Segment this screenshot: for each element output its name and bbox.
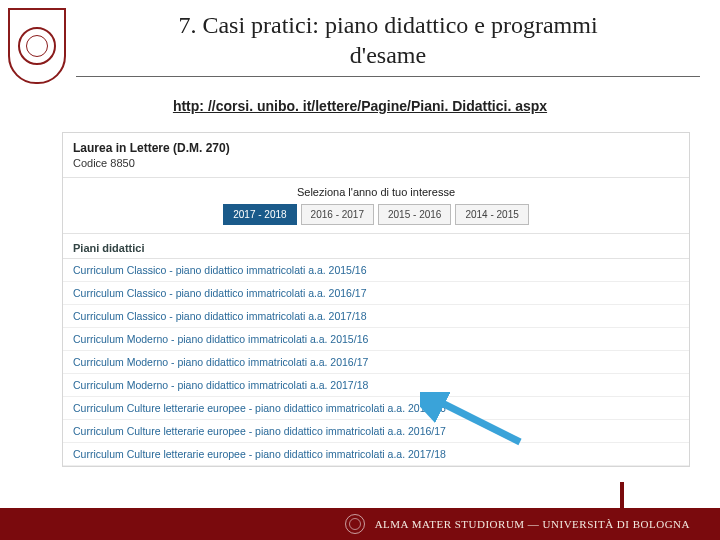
plan-link[interactable]: Curriculum Culture letterarie europee - …	[63, 397, 689, 420]
plan-link[interactable]: Curriculum Classico - piano didattico im…	[63, 282, 689, 305]
reference-url[interactable]: http: //corsi. unibo. it/lettere/Pagine/…	[0, 98, 720, 114]
piani-heading: Piani didattici	[63, 234, 689, 259]
plan-link[interactable]: Curriculum Classico - piano didattico im…	[63, 259, 689, 282]
plan-link[interactable]: Curriculum Culture letterarie europee - …	[63, 443, 689, 466]
degree-title: Laurea in Lettere (D.M. 270)	[63, 133, 689, 157]
embedded-screenshot: Laurea in Lettere (D.M. 270) Codice 8850…	[62, 132, 690, 467]
footer-bar: ALMA MATER STUDIORUM ― UNIVERSITÀ DI BOL…	[0, 508, 720, 540]
title-line-2: d'esame	[350, 42, 426, 68]
year-buttons: 2017 - 20182016 - 20172015 - 20162014 - …	[73, 204, 679, 225]
year-button[interactable]: 2017 - 2018	[223, 204, 296, 225]
title-block: 7. Casi pratici: piano didattico e progr…	[76, 8, 700, 77]
footer-seal-icon	[345, 514, 365, 534]
plan-link[interactable]: Curriculum Classico - piano didattico im…	[63, 305, 689, 328]
plan-link[interactable]: Curriculum Culture letterarie europee - …	[63, 420, 689, 443]
plan-link[interactable]: Curriculum Moderno - piano didattico imm…	[63, 374, 689, 397]
slide-title: 7. Casi pratici: piano didattico e progr…	[76, 10, 700, 70]
plan-link[interactable]: Curriculum Moderno - piano didattico imm…	[63, 351, 689, 374]
title-underline	[76, 76, 700, 77]
slide-header: 7. Casi pratici: piano didattico e progr…	[0, 0, 720, 84]
degree-code: Codice 8850	[63, 157, 689, 177]
year-button[interactable]: 2015 - 2016	[378, 204, 451, 225]
year-selector: Seleziona l'anno di tuo interesse 2017 -…	[63, 177, 689, 234]
title-line-1: 7. Casi pratici: piano didattico e progr…	[178, 12, 597, 38]
footer-text: ALMA MATER STUDIORUM ― UNIVERSITÀ DI BOL…	[375, 518, 690, 530]
footer-accent	[620, 482, 624, 508]
year-button[interactable]: 2016 - 2017	[301, 204, 374, 225]
unibo-seal-icon	[8, 8, 66, 84]
plans-list: Curriculum Classico - piano didattico im…	[63, 259, 689, 466]
select-year-label: Seleziona l'anno di tuo interesse	[73, 186, 679, 198]
year-button[interactable]: 2014 - 2015	[455, 204, 528, 225]
plan-link[interactable]: Curriculum Moderno - piano didattico imm…	[63, 328, 689, 351]
